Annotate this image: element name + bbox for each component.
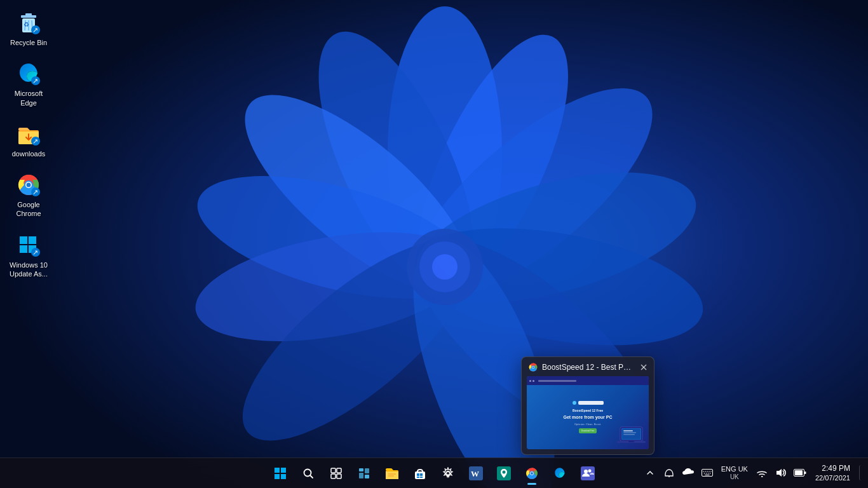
- windows-logo-icon: [275, 468, 286, 479]
- language-eng: ENG UK: [721, 465, 748, 473]
- svg-rect-38: [29, 236, 36, 244]
- taskbar-store-button[interactable]: [407, 461, 433, 486]
- keyboard-icon: [702, 469, 713, 477]
- windows-update-icon-img: ↗: [16, 233, 41, 258]
- thumbnail-chrome-icon: [528, 362, 538, 372]
- taskbar-settings-button[interactable]: [435, 461, 461, 486]
- tray-keyboard-button[interactable]: [700, 465, 715, 480]
- svg-point-88: [531, 472, 533, 475]
- svg-rect-37: [20, 236, 27, 244]
- svg-text:♻: ♻: [24, 21, 29, 28]
- chrome-thumbnail-popup: BoostSpeed 12 - Best PC Opti...: [521, 356, 654, 455]
- edge-icon-img: ↗: [16, 61, 41, 86]
- downloads-folder-icon: ↗: [16, 121, 41, 147]
- svg-rect-77: [420, 473, 423, 476]
- tray-notification-button[interactable]: [661, 465, 677, 480]
- svg-rect-65: [331, 474, 336, 478]
- store-icon: [413, 466, 427, 480]
- clock-time: 2:49 PM: [822, 464, 850, 474]
- preview-tagline: Get more from your PC: [563, 415, 612, 420]
- tray-language-button[interactable]: ENG UK UK: [719, 464, 750, 482]
- svg-rect-68: [365, 468, 369, 473]
- svg-rect-58: [281, 468, 286, 473]
- svg-rect-64: [337, 468, 341, 473]
- taskbar-word-button[interactable]: W: [463, 461, 489, 486]
- tray-battery-button[interactable]: [792, 465, 808, 480]
- tray-wifi-button[interactable]: [754, 465, 770, 480]
- svg-text:W: W: [471, 469, 479, 478]
- svg-text:↗: ↗: [32, 77, 38, 85]
- svg-line-62: [310, 475, 313, 478]
- svg-text:↗: ↗: [32, 188, 38, 196]
- svg-rect-106: [795, 470, 803, 475]
- taskbar-taskview-button[interactable]: [323, 461, 349, 486]
- chrome-desktop-icon: ↗: [16, 172, 41, 198]
- search-icon: [302, 468, 314, 479]
- svg-rect-54: [623, 434, 635, 435]
- edge-label: Microsoft Edge: [6, 89, 51, 107]
- taskbar-start-button[interactable]: [268, 461, 293, 486]
- file-explorer-icon: [385, 466, 399, 480]
- taskbar-chrome-button[interactable]: [519, 461, 545, 486]
- taskbar-widgets-button[interactable]: [351, 461, 377, 486]
- clock-date: 22/07/2021: [815, 473, 850, 482]
- desktop-icons-container: ♻ ↗ Recycle Bin: [0, 0, 54, 282]
- desktop-icon-downloads[interactable]: ↗ downloads: [3, 118, 54, 162]
- svg-rect-59: [275, 474, 280, 479]
- recycle-bin-label: Recycle Bin: [10, 38, 47, 47]
- tray-onedrive-button[interactable]: [681, 465, 696, 480]
- svg-point-91: [584, 470, 588, 473]
- word-icon: W: [469, 466, 483, 480]
- svg-rect-107: [804, 471, 806, 474]
- cloud-icon: [682, 468, 694, 477]
- preview-nav-dot-2: [532, 380, 534, 382]
- taskview-icon: [330, 468, 342, 479]
- svg-point-34: [27, 183, 31, 187]
- preview-cta-button: Download Free: [579, 428, 597, 433]
- battery-icon: [794, 469, 806, 477]
- edge-icon: ↗: [16, 61, 41, 86]
- preview-body: BoostSpeed 12 Free Get more from your PC…: [527, 385, 649, 449]
- desktop-icon-recycle-bin[interactable]: ♻ ↗ Recycle Bin: [3, 6, 54, 51]
- teams-icon: [581, 466, 595, 480]
- desktop-icon-chrome[interactable]: ↗ Google Chrome: [3, 168, 54, 222]
- desktop-icon-edge[interactable]: ↗ Microsoft Edge: [3, 57, 54, 111]
- svg-point-90: [588, 469, 592, 472]
- svg-rect-56: [628, 441, 634, 442]
- taskbar-maps-button[interactable]: [491, 461, 517, 486]
- svg-rect-57: [275, 468, 280, 473]
- notification-icon: [664, 468, 674, 478]
- windows-update-label: Windows 10 Update As...: [6, 261, 51, 279]
- thumbnail-preview[interactable]: BoostSpeed 12 Free Get more from your PC…: [527, 376, 649, 449]
- taskbar-explorer-button[interactable]: [379, 461, 405, 486]
- tray-chevron-button[interactable]: [642, 465, 658, 480]
- chrome-taskbar-icon: [525, 466, 539, 480]
- svg-rect-39: [20, 245, 27, 253]
- svg-rect-78: [417, 477, 419, 478]
- taskbar-search-button[interactable]: [295, 461, 321, 486]
- taskbar-clock[interactable]: 2:49 PM 22/07/2021: [811, 463, 854, 484]
- tray-volume-button[interactable]: [773, 465, 789, 480]
- svg-rect-63: [331, 468, 336, 473]
- downloads-label: downloads: [12, 149, 46, 158]
- thumbnail-header: BoostSpeed 12 - Best PC Opti...: [527, 362, 649, 372]
- wallpaper: [0, 0, 868, 488]
- language-region: UK: [730, 473, 739, 481]
- taskbar: W: [0, 458, 868, 488]
- desktop-icon-windows-update[interactable]: ↗ Windows 10 Update As...: [3, 229, 54, 283]
- taskbar-teams-button[interactable]: [575, 461, 600, 486]
- taskbar-edge-button[interactable]: [547, 461, 573, 486]
- svg-rect-60: [281, 474, 286, 479]
- downloads-icon-img: ↗: [16, 121, 41, 147]
- svg-point-46: [532, 367, 534, 369]
- svg-rect-52: [623, 430, 633, 431]
- widgets-icon: [358, 467, 370, 480]
- thumbnail-close-icon[interactable]: [640, 363, 648, 371]
- svg-rect-69: [359, 473, 363, 478]
- chrome-icon-img: ↗: [16, 172, 41, 198]
- svg-text:↗: ↗: [32, 248, 38, 256]
- show-desktop-button[interactable]: [859, 465, 863, 480]
- svg-text:↗: ↗: [32, 26, 38, 34]
- svg-rect-17: [25, 13, 32, 16]
- svg-text:↗: ↗: [32, 137, 38, 145]
